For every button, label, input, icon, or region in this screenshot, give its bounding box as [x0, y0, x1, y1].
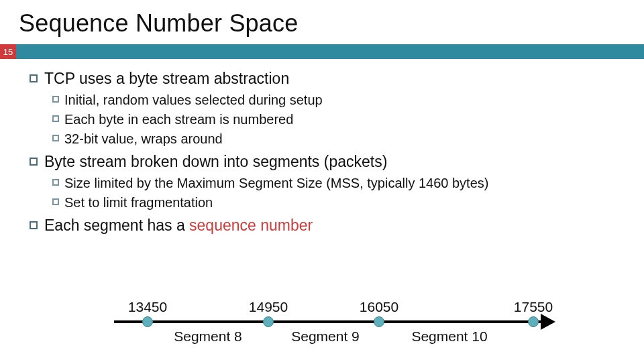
seq-dot-icon: [142, 316, 153, 327]
bullet-text: Each segment has a sequence number: [44, 217, 313, 235]
segment-label: Segment 8: [174, 328, 242, 345]
slide-title: Sequence Number Space: [0, 0, 644, 44]
segment-label: Segment 9: [291, 328, 360, 345]
segment-label: Segment 10: [411, 328, 487, 345]
sub-marker-icon: [52, 179, 59, 186]
bullet-text-emph: sequence number: [189, 217, 313, 234]
seq-dot-icon: [374, 316, 384, 327]
bullet-text-prefix: Each segment has a: [44, 217, 189, 234]
sub-text: Each byte in each stream is numbered: [64, 110, 293, 129]
bullet-marker-icon: [30, 221, 38, 229]
seq-dot-icon: [528, 316, 539, 327]
slide-number-badge: 15: [0, 44, 16, 59]
bullet-3: Each segment has a sequence number: [30, 217, 625, 235]
bullet-text: TCP uses a byte stream abstraction: [44, 70, 289, 88]
sub-text: Set to limit fragmentation: [64, 193, 213, 213]
bullet-1-subs: Initial, random values selected during s…: [52, 90, 625, 149]
slide: Sequence Number Space 15 TCP uses a byte…: [0, 0, 644, 362]
sub-bullet: Initial, random values selected during s…: [52, 90, 625, 110]
bullet-marker-icon: [30, 158, 38, 166]
accent-bar: 15: [0, 44, 644, 59]
bullet-marker-icon: [30, 74, 38, 82]
seq-dot-icon: [263, 316, 274, 327]
sub-text: 32-bit value, wraps around: [64, 129, 223, 149]
seq-number-label: 13450: [128, 299, 167, 315]
sub-marker-icon: [52, 96, 59, 103]
sub-bullet: Each byte in each stream is numbered: [52, 110, 625, 129]
bullet-1: TCP uses a byte stream abstraction: [30, 70, 625, 88]
seq-number-label: 17550: [514, 299, 553, 315]
sub-bullet: Set to limit fragmentation: [52, 193, 625, 213]
sub-text: Size limited by the Maximum Segment Size…: [64, 174, 488, 193]
sub-bullet: Size limited by the Maximum Segment Size…: [52, 174, 625, 193]
bullet-text: Byte stream broken down into segments (p…: [44, 153, 387, 171]
sub-marker-icon: [52, 115, 59, 122]
timeline-line: [114, 320, 543, 323]
sub-marker-icon: [52, 198, 59, 205]
sub-marker-icon: [52, 135, 59, 141]
sequence-diagram: 13450 14950 16050 17550 Segment 8 Segmen…: [114, 288, 584, 355]
seq-number-label: 14950: [249, 299, 288, 315]
content-area: TCP uses a byte stream abstraction Initi…: [0, 59, 644, 235]
sub-text: Initial, random values selected during s…: [64, 90, 323, 110]
bullet-2-subs: Size limited by the Maximum Segment Size…: [52, 174, 625, 213]
bullet-2: Byte stream broken down into segments (p…: [30, 153, 625, 171]
arrow-right-icon: [541, 314, 555, 330]
sub-bullet: 32-bit value, wraps around: [52, 129, 625, 149]
seq-number-label: 16050: [360, 299, 398, 315]
